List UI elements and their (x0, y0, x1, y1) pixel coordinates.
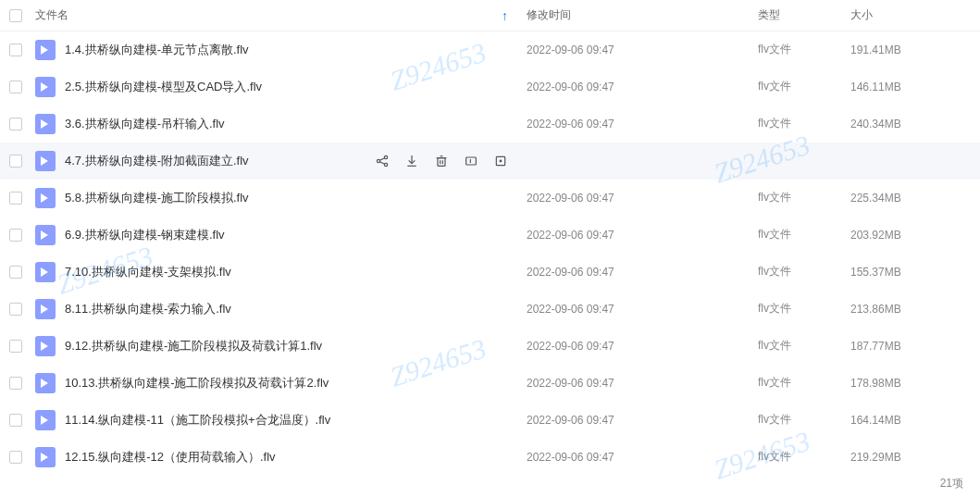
row-name-cell: 1.4.拱桥纵向建模-单元节点离散.flv (35, 40, 527, 60)
row-checkbox-cell (9, 266, 35, 279)
table-row[interactable]: 1.4.拱桥纵向建模-单元节点离散.flv 2022-09-06 09:47 f… (0, 31, 980, 68)
video-file-icon (35, 77, 56, 97)
file-size: 219.29MB (850, 451, 971, 464)
file-name[interactable]: 7.10.拱桥纵向建模-支架模拟.flv (65, 264, 231, 280)
video-file-icon (35, 151, 56, 171)
table-row[interactable]: 4.7.拱桥纵向建模-附加截面建立.flv (0, 143, 980, 180)
file-name[interactable]: 9.12.拱桥纵向建模-施工阶段模拟及荷载计算1.flv (65, 338, 322, 354)
row-checkbox-cell (9, 340, 35, 353)
download-icon[interactable] (404, 154, 419, 168)
row-actions (375, 154, 508, 168)
file-size: 203.92MB (850, 229, 971, 242)
row-checkbox[interactable] (9, 229, 22, 242)
row-checkbox[interactable] (9, 155, 22, 168)
header-type-column[interactable]: 类型 (758, 7, 850, 23)
file-name[interactable]: 10.13.拱桥纵向建模-施工阶段模拟及荷载计算2.flv (65, 375, 329, 391)
table-row[interactable]: 8.11.拱桥纵向建模-索力输入.flv 2022-09-06 09:47 fl… (0, 291, 980, 328)
file-time: 2022-09-06 09:47 (527, 377, 758, 390)
table-row[interactable]: 7.10.拱桥纵向建模-支架模拟.flv 2022-09-06 09:47 fl… (0, 254, 980, 291)
row-checkbox[interactable] (9, 192, 22, 205)
row-checkbox[interactable] (9, 118, 22, 130)
video-file-icon (35, 225, 56, 245)
video-file-icon (35, 447, 56, 467)
file-name[interactable]: 8.11.拱桥纵向建模-索力输入.flv (65, 301, 231, 317)
table-row[interactable]: 6.9.拱桥纵向建模-钢束建模.flv 2022-09-06 09:47 flv… (0, 217, 980, 254)
file-time: 2022-09-06 09:47 (527, 118, 758, 130)
share-icon[interactable] (375, 154, 390, 168)
file-type: flv文件 (758, 264, 850, 280)
header-time-column[interactable]: 修改时间 (527, 7, 758, 23)
table-row[interactable]: 11.14.纵向建模-11（施工阶段模拟+合龙温度）.flv 2022-09-0… (0, 402, 980, 439)
more-icon[interactable] (493, 154, 508, 168)
row-name-cell: 12.15.纵向建模-12（使用荷载输入）.flv (35, 447, 527, 467)
row-checkbox-cell (9, 192, 35, 205)
table-row[interactable]: 9.12.拱桥纵向建模-施工阶段模拟及荷载计算1.flv 2022-09-06 … (0, 328, 980, 365)
video-file-icon (35, 299, 56, 319)
rename-icon[interactable] (464, 154, 478, 168)
row-checkbox[interactable] (9, 451, 22, 464)
row-checkbox[interactable] (9, 81, 22, 93)
video-file-icon (35, 336, 56, 356)
file-time: 2022-09-06 09:47 (527, 192, 758, 205)
file-name[interactable]: 5.8.拱桥纵向建模-施工阶段模拟.flv (65, 190, 249, 206)
file-type: flv文件 (758, 375, 850, 391)
table-row[interactable]: 5.8.拱桥纵向建模-施工阶段模拟.flv 2022-09-06 09:47 f… (0, 180, 980, 217)
row-name-cell: 3.6.拱桥纵向建模-吊杆输入.flv (35, 114, 527, 134)
svg-point-11 (500, 160, 502, 162)
file-type: flv文件 (758, 301, 850, 317)
file-size: 178.98MB (850, 377, 971, 390)
select-all-checkbox[interactable] (9, 9, 22, 22)
file-time: 2022-09-06 09:47 (527, 340, 758, 353)
file-type: flv文件 (758, 116, 850, 131)
video-file-icon (35, 188, 56, 208)
video-file-icon (35, 114, 56, 134)
file-time: 2022-09-06 09:47 (527, 266, 758, 279)
header-time-label: 修改时间 (527, 8, 571, 21)
row-checkbox[interactable] (9, 303, 22, 316)
delete-icon[interactable] (434, 154, 449, 168)
row-name-cell: 5.8.拱桥纵向建模-施工阶段模拟.flv (35, 188, 527, 208)
file-size: 164.14MB (850, 414, 971, 427)
row-checkbox[interactable] (9, 43, 22, 56)
row-name-cell: 4.7.拱桥纵向建模-附加截面建立.flv (35, 151, 375, 171)
row-checkbox-cell (9, 118, 35, 130)
row-checkbox[interactable] (9, 377, 22, 390)
row-name-cell: 11.14.纵向建模-11（施工阶段模拟+合龙温度）.flv (35, 410, 527, 430)
file-size: 213.86MB (850, 303, 971, 316)
footer: 21项 (0, 470, 980, 497)
sort-arrow-icon: ↑ (502, 8, 508, 23)
row-checkbox-cell (9, 414, 35, 427)
row-name-cell: 9.12.拱桥纵向建模-施工阶段模拟及荷载计算1.flv (35, 336, 527, 356)
header-name-column[interactable]: 文件名 ↑ (35, 7, 527, 23)
row-checkbox-cell (9, 377, 35, 390)
file-time: 2022-09-06 09:47 (527, 414, 758, 427)
table-header: 文件名 ↑ 修改时间 类型 大小 (0, 0, 980, 31)
row-checkbox[interactable] (9, 266, 22, 279)
file-time: 2022-09-06 09:47 (527, 303, 758, 316)
file-name[interactable]: 3.6.拱桥纵向建模-吊杆输入.flv (65, 116, 225, 132)
row-name-cell: 2.5.拱桥纵向建模-模型及CAD导入.flv (35, 77, 527, 97)
row-checkbox-cell (9, 155, 35, 168)
file-type: flv文件 (758, 79, 850, 94)
video-file-icon (35, 262, 56, 282)
file-size: 191.41MB (850, 43, 971, 56)
video-file-icon (35, 410, 56, 430)
file-type: flv文件 (758, 412, 850, 428)
row-checkbox[interactable] (9, 340, 22, 353)
header-size-column[interactable]: 大小 (850, 7, 971, 23)
file-name[interactable]: 1.4.拱桥纵向建模-单元节点离散.flv (65, 42, 249, 58)
row-checkbox[interactable] (9, 414, 22, 427)
header-type-label: 类型 (758, 8, 780, 21)
row-checkbox-cell (9, 43, 35, 56)
row-checkbox-cell (9, 81, 35, 93)
table-row[interactable]: 3.6.拱桥纵向建模-吊杆输入.flv 2022-09-06 09:47 flv… (0, 106, 980, 143)
file-name[interactable]: 4.7.拱桥纵向建模-附加截面建立.flv (65, 153, 249, 169)
file-name[interactable]: 11.14.纵向建模-11（施工阶段模拟+合龙温度）.flv (65, 412, 330, 429)
table-row[interactable]: 10.13.拱桥纵向建模-施工阶段模拟及荷载计算2.flv 2022-09-06… (0, 365, 980, 402)
file-name[interactable]: 6.9.拱桥纵向建模-钢束建模.flv (65, 227, 225, 243)
row-name-cell: 6.9.拱桥纵向建模-钢束建模.flv (35, 225, 527, 245)
header-size-label: 大小 (850, 8, 873, 21)
table-row[interactable]: 2.5.拱桥纵向建模-模型及CAD导入.flv 2022-09-06 09:47… (0, 68, 980, 106)
file-name[interactable]: 2.5.拱桥纵向建模-模型及CAD导入.flv (65, 79, 262, 95)
file-name[interactable]: 12.15.纵向建模-12（使用荷载输入）.flv (65, 449, 276, 466)
